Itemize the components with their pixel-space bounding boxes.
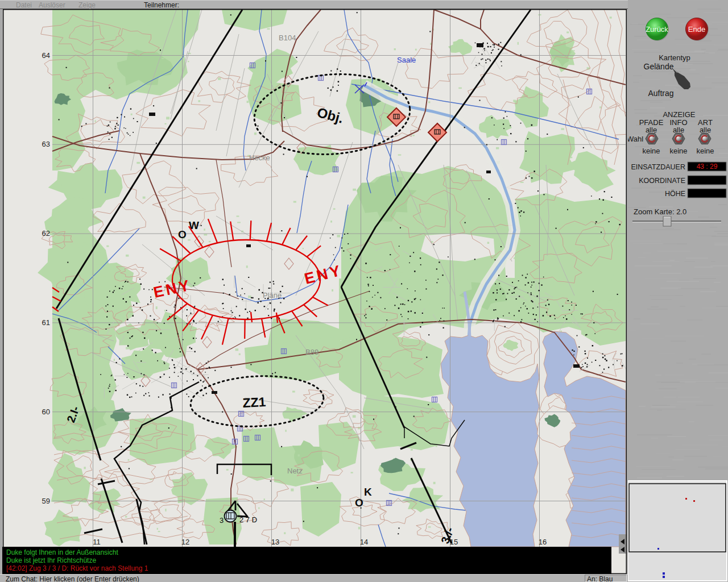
svg-text:2 7 D: 2 7 D bbox=[239, 516, 257, 524]
svg-text:59: 59 bbox=[42, 497, 50, 505]
svg-text:Netz: Netz bbox=[287, 467, 303, 475]
svg-text:keine: keine bbox=[696, 147, 714, 155]
svg-text:63: 63 bbox=[42, 140, 50, 148]
svg-text:keine: keine bbox=[642, 147, 660, 155]
svg-text:ANZEIGE: ANZEIGE bbox=[663, 110, 695, 119]
svg-text:3: 3 bbox=[220, 516, 224, 525]
svg-text:O: O bbox=[355, 497, 363, 509]
svg-text:B104: B104 bbox=[279, 34, 296, 42]
svg-text:Auftrag: Auftrag bbox=[648, 89, 673, 98]
svg-text:64: 64 bbox=[42, 51, 50, 60]
svg-text:alle: alle bbox=[673, 126, 684, 134]
svg-text:11: 11 bbox=[93, 538, 101, 546]
svg-text:61: 61 bbox=[42, 318, 50, 327]
svg-text:ZZ1: ZZ1 bbox=[242, 394, 266, 410]
svg-text:keine: keine bbox=[669, 147, 687, 155]
svg-text:K: K bbox=[364, 486, 372, 498]
svg-text:12: 12 bbox=[181, 538, 189, 546]
svg-text:Zurück: Zurück bbox=[646, 25, 668, 34]
svg-text:alle: alle bbox=[646, 126, 657, 134]
svg-text:alle: alle bbox=[700, 126, 711, 134]
svg-text:Ende: Ende bbox=[688, 25, 705, 34]
svg-text:HÖHE: HÖHE bbox=[665, 190, 685, 198]
svg-text:Pläne: Pläne bbox=[263, 291, 282, 300]
svg-text:14: 14 bbox=[360, 538, 368, 546]
svg-text:62: 62 bbox=[42, 229, 50, 238]
svg-text:16: 16 bbox=[539, 538, 547, 546]
svg-text:Gelände: Gelände bbox=[644, 62, 674, 71]
svg-text:EINSATZDAUER: EINSATZDAUER bbox=[631, 163, 685, 171]
svg-text:Wahl: Wahl bbox=[628, 135, 643, 143]
svg-text:Hecke: Hecke bbox=[249, 153, 270, 162]
svg-text:B89: B89 bbox=[305, 348, 318, 356]
svg-text:Zoom Karte: 2.0: Zoom Karte: 2.0 bbox=[634, 207, 686, 216]
svg-text:43 : 29: 43 : 29 bbox=[697, 163, 718, 171]
svg-text:13: 13 bbox=[271, 538, 279, 546]
svg-text:KOORDINATE: KOORDINATE bbox=[639, 177, 685, 185]
svg-text:Saale: Saale bbox=[397, 56, 416, 64]
svg-text:60: 60 bbox=[42, 408, 50, 416]
svg-text:O: O bbox=[178, 228, 187, 240]
svg-text:Kartentyp: Kartentyp bbox=[659, 53, 690, 62]
